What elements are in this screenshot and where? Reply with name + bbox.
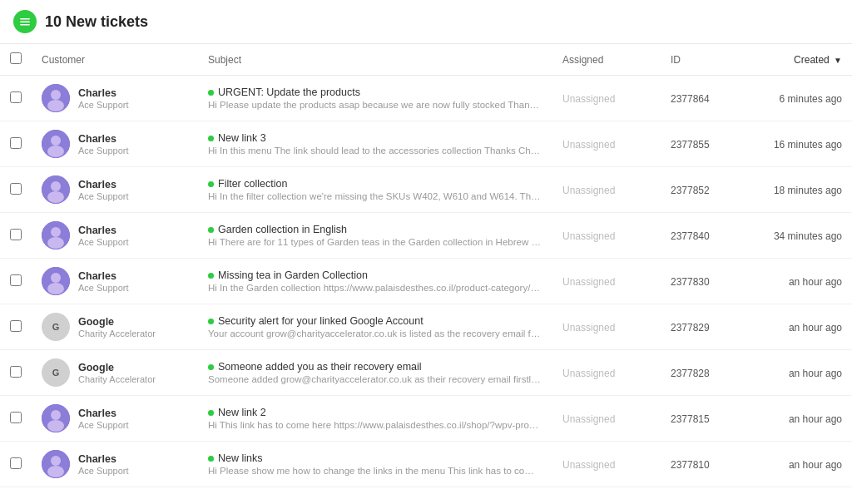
svg-point-19 xyxy=(51,410,61,420)
subject-title-text: New link 2 xyxy=(218,407,266,418)
new-ticket-dot xyxy=(208,456,214,462)
table-row[interactable]: G Google Charity Accelerator Someone add… xyxy=(0,350,852,396)
subject-title-text: New links xyxy=(218,452,263,464)
id-cell: 2377828 xyxy=(661,350,744,396)
svg-rect-2 xyxy=(20,24,30,26)
ticket-id: 2377852 xyxy=(671,185,710,196)
col-created[interactable]: Created ▼ xyxy=(744,44,852,76)
table-row[interactable]: G Google Charity Accelerator Security al… xyxy=(0,304,852,350)
table-row[interactable]: Charles Ace Support New link 3 Hi In thi… xyxy=(0,121,852,167)
assigned-cell: Unassigned xyxy=(552,304,661,350)
row-checkbox[interactable] xyxy=(10,412,22,423)
row-checkbox-cell xyxy=(0,121,32,167)
id-cell: 2377815 xyxy=(661,396,744,442)
row-checkbox[interactable] xyxy=(10,366,22,378)
customer-info: Charles Ace Support xyxy=(78,225,129,247)
svg-point-20 xyxy=(47,420,64,432)
row-checkbox[interactable] xyxy=(10,229,22,240)
avatar xyxy=(42,404,70,432)
customer-cell: Charles Ace Support xyxy=(32,259,198,304)
id-cell: 2377855 xyxy=(661,121,744,167)
customer-cell: G Google Charity Accelerator xyxy=(32,304,198,350)
avatar xyxy=(42,84,70,112)
created-cell: an hour ago xyxy=(744,259,852,304)
customer-cell: Charles Ace Support xyxy=(32,76,198,121)
col-checkbox xyxy=(0,44,32,76)
subject-preview: Hi This link has to come here https://ww… xyxy=(208,420,541,430)
col-subject: Subject xyxy=(198,44,552,76)
id-cell: 2377840 xyxy=(661,213,744,259)
created-cell: 18 minutes ago xyxy=(744,167,852,213)
row-checkbox[interactable] xyxy=(10,320,22,332)
customer-cell: Charles Ace Support xyxy=(32,442,198,487)
customer-info: Charles Ace Support xyxy=(78,179,129,201)
row-checkbox[interactable] xyxy=(10,137,22,149)
customer-org: Ace Support xyxy=(78,420,129,430)
assigned-cell: Unassigned xyxy=(552,396,661,442)
subject-preview: Hi Please show me how to change the link… xyxy=(208,466,541,476)
select-all-checkbox[interactable] xyxy=(10,52,22,64)
new-ticket-dot xyxy=(208,319,214,324)
subject-cell: Garden collection in English Hi There ar… xyxy=(198,213,552,259)
customer-name: Charles xyxy=(78,270,129,282)
avatar: G xyxy=(42,313,70,341)
subject-preview: Someone added grow@charityaccelerator.co… xyxy=(208,374,541,384)
table-row[interactable]: Charles Ace Support Garden collection in… xyxy=(0,213,852,259)
row-checkbox[interactable] xyxy=(10,91,22,103)
subject-title-text: New link 3 xyxy=(218,132,266,144)
row-checkbox[interactable] xyxy=(10,274,22,286)
assigned-value: Unassigned xyxy=(562,230,615,242)
customer-info: Charles Ace Support xyxy=(78,408,129,430)
table-row[interactable]: Charles Ace Support New links Hi Please … xyxy=(0,442,852,487)
customer-org: Ace Support xyxy=(78,283,129,293)
customer-name: Charles xyxy=(78,179,129,190)
customer-name: Charles xyxy=(78,453,129,465)
table-row[interactable]: Charles Ace Support URGENT: Update the p… xyxy=(0,76,852,121)
created-cell: 34 minutes ago xyxy=(744,213,852,259)
customer-name: Charles xyxy=(78,225,129,236)
svg-point-10 xyxy=(51,181,61,191)
customer-org: Charity Accelerator xyxy=(78,374,156,384)
svg-point-23 xyxy=(47,466,64,477)
new-ticket-dot xyxy=(208,181,214,187)
created-time: an hour ago xyxy=(789,459,842,471)
subject-preview: Hi In the Garden collection https://www.… xyxy=(208,283,541,293)
created-time: 34 minutes ago xyxy=(774,230,842,242)
svg-point-7 xyxy=(51,136,61,146)
assigned-value: Unassigned xyxy=(562,459,615,471)
customer-info: Charles Ace Support xyxy=(78,270,129,293)
avatar xyxy=(42,221,70,250)
table-row[interactable]: Charles Ace Support New link 2 Hi This l… xyxy=(0,396,852,442)
customer-org: Ace Support xyxy=(78,100,129,110)
subject-title-text: URGENT: Update the products xyxy=(218,86,360,98)
table-row[interactable]: Charles Ace Support Filter collection Hi… xyxy=(0,167,852,213)
customer-info: Charles Ace Support xyxy=(78,453,129,476)
customer-org: Ace Support xyxy=(78,466,129,476)
subject-cell: New link 2 Hi This link has to come here… xyxy=(198,396,552,442)
row-checkbox-cell xyxy=(0,350,32,396)
row-checkbox-cell xyxy=(0,442,32,487)
assigned-cell: Unassigned xyxy=(552,121,661,167)
row-checkbox[interactable] xyxy=(10,457,22,469)
ticket-id: 2377864 xyxy=(671,93,710,105)
row-checkbox-cell xyxy=(0,76,32,121)
subject-cell: New link 3 Hi In this menu The link shou… xyxy=(198,121,552,167)
avatar xyxy=(42,175,70,204)
subject-cell: Missing tea in Garden Collection Hi In t… xyxy=(198,259,552,304)
created-time: an hour ago xyxy=(789,413,842,425)
avatar: G xyxy=(42,358,70,387)
row-checkbox[interactable] xyxy=(10,183,22,195)
assigned-value: Unassigned xyxy=(562,93,615,105)
assigned-value: Unassigned xyxy=(562,322,615,334)
col-assigned: Assigned xyxy=(552,44,661,76)
customer-org: Ace Support xyxy=(78,191,129,201)
row-checkbox-cell xyxy=(0,213,32,259)
new-ticket-dot xyxy=(208,227,214,233)
ticket-id: 2377830 xyxy=(671,276,710,288)
customer-cell: Charles Ace Support xyxy=(32,121,198,167)
subject-preview: Hi There are for 11 types of Garden teas… xyxy=(208,237,541,247)
table-row[interactable]: Charles Ace Support Missing tea in Garde… xyxy=(0,259,852,304)
customer-name: Charles xyxy=(78,87,129,99)
row-checkbox-cell xyxy=(0,259,32,304)
row-checkbox-cell xyxy=(0,167,32,213)
